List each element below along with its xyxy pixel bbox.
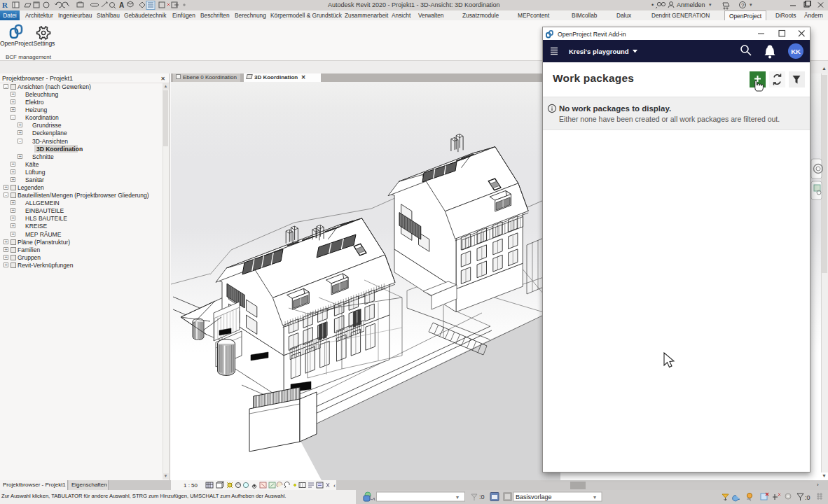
svg-text:A: A (119, 1, 124, 9)
svg-text:R: R (2, 1, 8, 9)
svg-text:▾: ▾ (456, 494, 459, 500)
svg-text:Kresi's playground: Kresi's playground (569, 48, 629, 55)
svg-text::0: :0 (479, 493, 485, 500)
svg-text:‹: ‹ (333, 482, 336, 489)
svg-text:?: ? (741, 2, 745, 8)
svg-text:▾: ▾ (709, 2, 712, 7)
svg-text:▾: ▾ (750, 2, 752, 7)
svg-text:Basisvorlage: Basisvorlage (516, 493, 552, 500)
svg-text:▾: ▾ (593, 494, 596, 500)
svg-text:Anmelden: Anmelden (677, 1, 705, 8)
svg-text:KK: KK (791, 48, 801, 55)
svg-text::0: :0 (805, 494, 810, 501)
svg-text:•: • (651, 1, 654, 8)
